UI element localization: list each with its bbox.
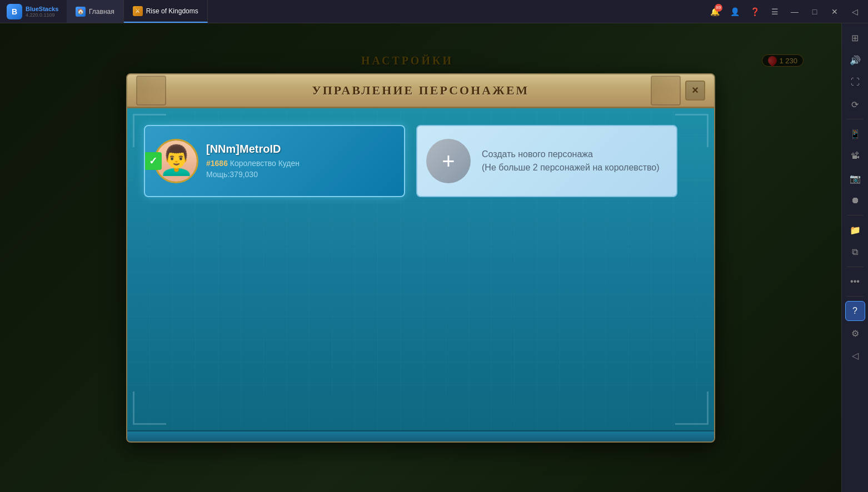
modal-footer <box>127 430 714 441</box>
sidebar-divider-2 <box>847 215 864 215</box>
home-tab-label: Главная <box>89 8 114 16</box>
plus-icon: + <box>442 150 455 172</box>
maximize-button[interactable]: □ <box>806 3 824 21</box>
menu-button[interactable]: ☰ <box>766 3 784 21</box>
bs-version: 4.220.0.1109 <box>26 12 58 18</box>
modal-title: УПРАВЛЕНИЕ ПЕРСОНАЖЕМ <box>312 83 530 98</box>
profile-button[interactable]: 👤 <box>726 3 744 21</box>
corner-deco-br <box>675 391 709 425</box>
topbar-controls: 🔔 89 👤 ❓ ☰ — □ ✕ ◁ <box>701 3 868 21</box>
character-card-1[interactable]: ✓ [NNm]MetroID #1686 Королевство Куден <box>144 125 405 197</box>
game-tab-label: Rise of Kingdoms <box>146 7 198 15</box>
sidebar-rotate-btn[interactable]: ⟳ <box>845 94 865 114</box>
sidebar-video-btn[interactable]: 📽 <box>845 146 865 166</box>
sidebar-folder-btn[interactable]: 📁 <box>845 220 865 240</box>
sidebar-settings-btn[interactable]: ⚙ <box>845 323 865 343</box>
kingdom-name: Королевство Куден <box>230 159 300 168</box>
character-cards-row: ✓ [NNm]MetroID #1686 Королевство Куден <box>144 125 677 403</box>
sidebar-record-btn[interactable]: ⏺ <box>845 190 865 210</box>
sidebar-multi-btn[interactable]: ⧉ <box>845 242 865 262</box>
sidebar-camera-btn[interactable]: 📷 <box>845 168 865 188</box>
sidebar-divider-3 <box>847 267 864 267</box>
selected-checkmark: ✓ <box>144 152 162 170</box>
corner-deco-tr <box>675 114 709 147</box>
modal-header: УПРАВЛЕНИЕ ПЕРСОНАЖЕМ × <box>127 74 714 108</box>
kingdom-id: #1686 <box>206 159 228 168</box>
sidebar-expand-btn[interactable]: ⊞ <box>845 28 865 48</box>
new-char-text: Создать нового персонажа (Не больше 2 пе… <box>482 148 660 174</box>
notifications-button[interactable]: 🔔 89 <box>706 3 724 21</box>
tab-bar: 🏠 Главная ⚔ Rise of Kingdoms <box>67 0 701 23</box>
sidebar-more-btn[interactable]: ••• <box>845 272 865 292</box>
right-sidebar: ⊞ 🔊 ⛶ ⟳ 📱 📽 📷 ⏺ 📁 ⧉ ••• ? ⚙ ◁ <box>841 23 868 492</box>
sidebar-tablet-btn[interactable]: 📱 <box>845 124 865 144</box>
close-button[interactable]: ✕ <box>826 3 844 21</box>
tab-game[interactable]: ⚔ Rise of Kingdoms <box>124 0 208 23</box>
modal-close-button[interactable]: × <box>685 81 705 101</box>
help-topbar-button[interactable]: ❓ <box>746 3 764 21</box>
power-label: Мощь: <box>206 170 230 179</box>
modal-overlay: УПРАВЛЕНИЕ ПЕРСОНАЖЕМ × ✓ [ <box>0 23 841 492</box>
character-info: [NNm]MetroID #1686 Королевство Куден Мощ… <box>206 143 395 179</box>
new-char-line2: (Не больше 2 персонажей на королевство) <box>482 161 660 174</box>
home-tab-icon: 🏠 <box>76 7 86 17</box>
bluestacks-logo: B BlueStacks 4.220.0.1109 <box>0 4 67 19</box>
bs-logo-text: BlueStacks 4.220.0.1109 <box>26 6 58 18</box>
character-kingdom: #1686 Королевство Куден <box>206 159 395 168</box>
tab-home[interactable]: 🏠 Главная <box>67 0 124 23</box>
character-management-modal: УПРАВЛЕНИЕ ПЕРСОНАЖЕМ × ✓ [ <box>126 73 715 443</box>
sidebar-back-btn[interactable]: ◁ <box>845 345 865 365</box>
power-value: 379,030 <box>230 170 258 179</box>
sidebar-help-btn[interactable]: ? <box>845 301 865 321</box>
character-name: [NNm]MetroID <box>206 143 395 155</box>
character-power: Мощь:379,030 <box>206 170 395 179</box>
sidebar-volume-btn[interactable]: 🔊 <box>845 50 865 70</box>
bs-name: BlueStacks <box>26 6 58 12</box>
sidebar-fullscreen-btn[interactable]: ⛶ <box>845 72 865 92</box>
new-character-card[interactable]: + Создать нового персонажа (Не больше 2 … <box>416 125 677 197</box>
game-tab-icon: ⚔ <box>133 6 143 16</box>
collapse-button[interactable]: ◁ <box>846 3 864 21</box>
notif-badge: 89 <box>715 4 722 12</box>
minimize-button[interactable]: — <box>786 3 804 21</box>
modal-body: ✓ [NNm]MetroID #1686 Королевство Куден <box>127 108 714 430</box>
avatar-image <box>156 140 197 182</box>
topbar: B BlueStacks 4.220.0.1109 🏠 Главная ⚔ Ri… <box>0 0 868 23</box>
plus-circle: + <box>426 139 471 183</box>
sidebar-divider-1 <box>847 119 864 119</box>
sidebar-divider-4 <box>847 296 864 297</box>
bs-logo-icon: B <box>7 4 22 19</box>
new-char-line1: Создать нового персонажа <box>482 148 660 161</box>
